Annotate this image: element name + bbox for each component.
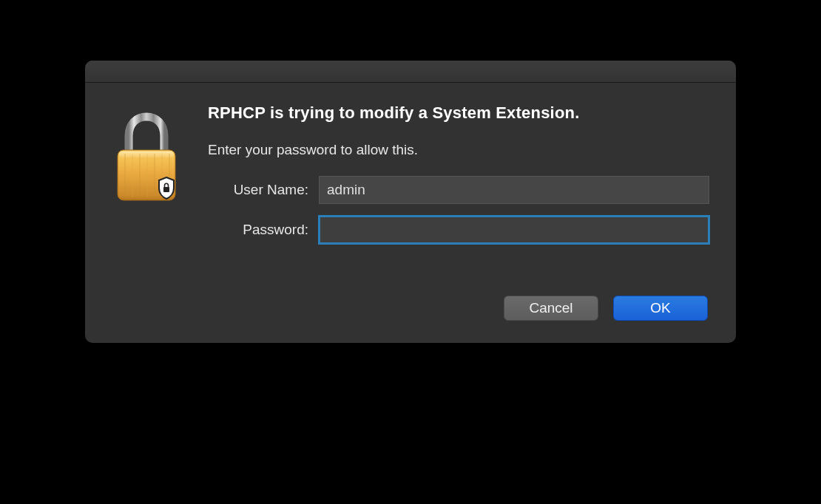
cancel-button[interactable]: Cancel <box>504 296 598 321</box>
svg-rect-1 <box>119 151 174 157</box>
password-row: Password: <box>208 216 709 244</box>
password-label: Password: <box>208 222 319 238</box>
dialog-body: RPHCP is trying to modify a System Exten… <box>85 83 736 343</box>
dialog-title: RPHCP is trying to modify a System Exten… <box>208 103 709 123</box>
dialog-titlebar <box>85 61 736 83</box>
username-label: User Name: <box>208 182 319 198</box>
username-row: User Name: <box>208 176 709 204</box>
svg-rect-9 <box>163 187 169 192</box>
ok-button[interactable]: OK <box>613 296 708 321</box>
content-column: RPHCP is trying to modify a System Exten… <box>208 103 709 321</box>
icon-column <box>112 103 181 321</box>
lock-icon <box>112 109 181 204</box>
button-row: Cancel OK <box>208 296 709 321</box>
dialog-subtitle: Enter your password to allow this. <box>208 142 709 158</box>
password-input[interactable] <box>319 216 709 244</box>
username-input[interactable] <box>319 176 709 204</box>
authentication-dialog: RPHCP is trying to modify a System Exten… <box>85 61 736 343</box>
